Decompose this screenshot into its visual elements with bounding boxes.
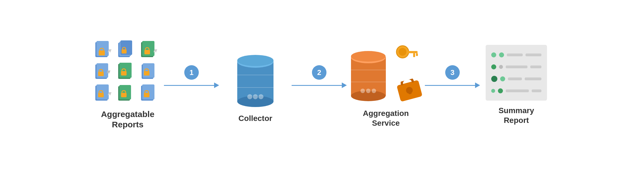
svg-rect-30	[121, 93, 127, 97]
summary-dot-1a	[491, 52, 496, 57]
lock-box-icon	[394, 77, 425, 105]
svg-point-42	[258, 94, 263, 99]
aggregation-service-node: Aggregation Service	[350, 42, 422, 128]
svg-point-51	[372, 89, 376, 93]
arrow-head-3	[475, 82, 480, 88]
reports-grid	[94, 40, 161, 104]
arrow-number-2: 2	[312, 65, 326, 80]
arrow-2: 2	[292, 65, 347, 88]
arrow-shaft-2	[292, 85, 342, 86]
summary-row-4	[491, 87, 541, 94]
svg-rect-3	[99, 50, 105, 55]
report-icon-1	[94, 40, 114, 60]
arrow-head-1	[214, 82, 219, 88]
svg-rect-29	[119, 85, 131, 99]
arrow-line-1	[164, 82, 219, 88]
arrow-shaft-3	[425, 85, 475, 86]
svg-rect-54	[407, 51, 418, 53]
report-icon-8	[117, 84, 137, 104]
summary-bar-1b	[526, 54, 541, 56]
svg-point-50	[366, 89, 371, 93]
svg-rect-23	[144, 71, 149, 76]
summary-bar-2b	[530, 65, 541, 68]
summary-dot-3a	[491, 76, 497, 82]
summary-dot-4a	[491, 89, 495, 93]
summary-dot-3b	[500, 76, 505, 81]
summary-bar-2a	[506, 65, 527, 68]
report-icon-6	[140, 62, 160, 82]
collector-db-icon	[234, 47, 276, 108]
svg-point-49	[360, 89, 365, 93]
arrow-head-2	[342, 82, 347, 88]
report-icon-2	[117, 40, 137, 60]
svg-rect-27	[98, 93, 104, 97]
summary-bar-1a	[507, 54, 523, 56]
arrow-3: 3	[425, 65, 480, 88]
summary-report-label: Summary Report	[498, 106, 534, 125]
svg-point-53	[399, 48, 406, 56]
arrow-number-1: 1	[184, 65, 199, 80]
report-icon-4	[94, 62, 114, 82]
collector-node: Collector	[222, 47, 289, 123]
arrow-shaft-1	[164, 85, 214, 86]
svg-point-40	[247, 94, 252, 99]
aggregatable-reports-label: Aggregatable Reports	[101, 109, 154, 130]
summary-bar-3a	[508, 77, 522, 80]
svg-point-41	[253, 94, 258, 99]
summary-row-3	[491, 75, 541, 82]
summary-report-node: Summary Report	[483, 45, 550, 125]
svg-rect-56	[416, 53, 418, 56]
summary-bar-4a	[506, 89, 529, 92]
arrow-number-3: 3	[445, 65, 460, 80]
summary-dot-4b	[498, 88, 503, 93]
aggregation-db-icon	[350, 43, 389, 102]
summary-bar-3b	[525, 77, 541, 80]
diagram-container: Aggregatable Reports 1 Collector	[0, 0, 644, 170]
report-icon-7	[94, 84, 114, 104]
report-icon-9	[140, 84, 160, 104]
summary-dot-2b	[499, 65, 503, 69]
svg-rect-7	[122, 49, 127, 54]
summary-row-2	[491, 63, 541, 71]
svg-point-39	[237, 55, 273, 66]
report-icon-3	[140, 40, 160, 60]
arrow-line-3	[425, 82, 480, 88]
summary-report-visual	[486, 45, 547, 101]
aggregatable-reports-node: Aggregatable Reports	[94, 40, 161, 130]
collector-label: Collector	[238, 113, 272, 123]
svg-rect-15	[98, 72, 104, 76]
arrow-line-2	[292, 82, 347, 88]
svg-rect-33	[144, 93, 149, 97]
summary-row-1	[491, 51, 541, 59]
svg-rect-55	[413, 53, 415, 57]
summary-dot-2a	[491, 64, 496, 69]
aggregation-service-visual	[350, 42, 422, 103]
summary-bar-4b	[532, 89, 541, 92]
svg-point-48	[351, 51, 386, 62]
svg-rect-11	[144, 50, 150, 54]
report-icon-5	[117, 62, 137, 82]
summary-dot-1b	[499, 52, 504, 57]
key-icon	[394, 42, 419, 67]
arrow-1: 1	[164, 65, 219, 88]
aggregation-service-label: Aggregation Service	[363, 108, 409, 128]
svg-rect-20	[121, 71, 127, 76]
